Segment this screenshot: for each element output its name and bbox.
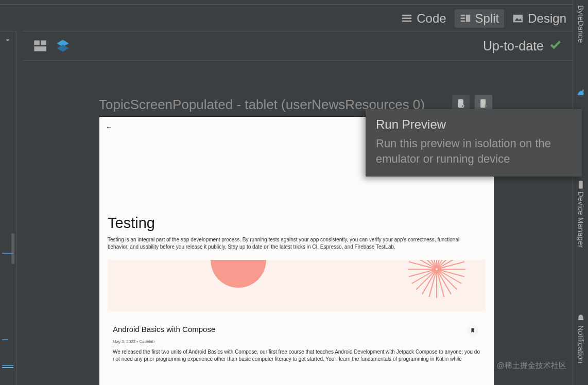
back-arrow-icon[interactable]: ← <box>106 123 113 131</box>
topic-heading: Testing <box>108 215 155 232</box>
rail-device-manager[interactable]: Device Manager <box>575 180 586 248</box>
right-tool-rail: ByteDance Device Manager Notification <box>573 0 588 385</box>
svg-rect-0 <box>402 15 411 16</box>
tab-code[interactable]: Code <box>396 9 451 28</box>
gutter-marker <box>2 367 13 368</box>
decorative-band <box>108 260 486 311</box>
svg-rect-2 <box>402 21 411 22</box>
chevron-down-icon[interactable] <box>3 36 12 47</box>
split-icon <box>460 13 471 24</box>
svg-rect-6 <box>466 15 470 22</box>
image-icon <box>512 13 524 24</box>
bookmark-button[interactable] <box>467 325 478 336</box>
rail-bytedance[interactable]: ByteDance <box>575 5 586 43</box>
svg-rect-1 <box>402 18 411 19</box>
svg-rect-5 <box>460 21 464 22</box>
hamburger-icon <box>401 13 412 24</box>
svg-marker-13 <box>57 45 68 52</box>
news-card-body: We released the first two units of Andro… <box>113 348 480 363</box>
tooltip-body: Run this preview in isolation on the emu… <box>376 136 572 166</box>
topic-description: Testing is an integral part of the app d… <box>108 236 473 251</box>
news-card-meta: May 5, 2022 • Codelab <box>113 339 154 344</box>
news-card-title: Android Basics with Compose <box>113 325 215 334</box>
layout-icon[interactable] <box>33 39 47 53</box>
gutter-marker <box>2 253 13 254</box>
checkmark-icon <box>549 38 562 54</box>
rail-horse-icon[interactable] <box>575 87 586 97</box>
tab-design-label: Design <box>528 11 566 26</box>
svg-rect-11 <box>34 46 46 51</box>
gutter-marker <box>2 339 8 340</box>
view-mode-tabs: Code Split Design <box>396 9 572 28</box>
svg-rect-17 <box>579 181 583 189</box>
layers-icon[interactable] <box>56 39 70 53</box>
gutter-marker <box>2 365 13 366</box>
tab-split-label: Split <box>475 11 499 26</box>
watermark: @稀土掘金技术社区 <box>497 361 566 371</box>
svg-rect-7 <box>513 15 523 23</box>
tooltip-title: Run Preview <box>376 117 572 132</box>
top-divider <box>0 4 573 5</box>
preview-toolbar: Up-to-date <box>23 31 573 61</box>
build-status: Up-to-date <box>483 39 544 54</box>
svg-rect-4 <box>460 18 464 19</box>
run-preview-tooltip: Run Preview Run this preview in isolatio… <box>366 109 582 177</box>
editor-gutter <box>0 31 16 385</box>
sunburst-decoration <box>406 260 468 300</box>
svg-rect-3 <box>460 15 464 16</box>
tab-split[interactable]: Split <box>455 9 505 28</box>
tab-code-label: Code <box>417 11 446 26</box>
tab-design[interactable]: Design <box>507 9 572 28</box>
svg-rect-9 <box>34 41 40 45</box>
circle-decoration <box>211 260 266 288</box>
svg-rect-10 <box>41 41 46 45</box>
rail-notifications[interactable]: Notification <box>575 314 586 363</box>
minimap-scrollbar[interactable] <box>11 233 14 264</box>
